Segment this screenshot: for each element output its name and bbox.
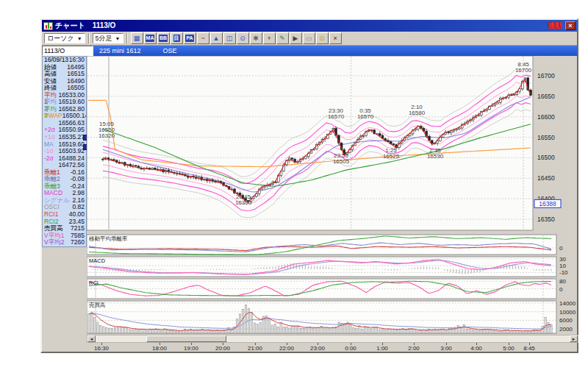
line-chart-icon[interactable]: ~ bbox=[197, 32, 209, 44]
horizontal-scrollbar[interactable]: ◄ ► bbox=[87, 335, 578, 343]
svg-text:16390: 16390 bbox=[235, 199, 252, 206]
svg-text:2000: 2000 bbox=[559, 326, 573, 333]
pointer-icon[interactable]: ▶ bbox=[290, 32, 302, 44]
svg-text:10: 10 bbox=[559, 263, 566, 269]
time-axis: 16:3018:0019:0020:0021:0022:0023:000:001… bbox=[87, 343, 578, 352]
titlebar: チャート 1113/O 連動 × bbox=[42, 20, 577, 32]
app-icon bbox=[43, 22, 53, 30]
svg-text:16388: 16388 bbox=[539, 200, 556, 207]
time-axis-label: 0:00 bbox=[345, 345, 356, 352]
svg-text:16530: 16530 bbox=[427, 153, 444, 160]
svg-text:16450: 16450 bbox=[537, 174, 555, 182]
quote-panel: 16/09/13 16:30 始値16495高値16515安値16490終値16… bbox=[42, 56, 87, 247]
chart-content: 16/09/13 16:30 始値16495高値16515安値16490終値16… bbox=[42, 56, 577, 352]
settings-icon[interactable]: ✱ bbox=[250, 32, 262, 44]
svg-text:16525: 16525 bbox=[383, 153, 400, 160]
scroll-right-button[interactable]: ► bbox=[570, 335, 578, 342]
chart-type-icon[interactable]: ▦ bbox=[131, 32, 143, 44]
toolbar: ローソク▼ 5分足▼ ▦MABB目PA~▲◫⊙✱+✎▶▭⊙× bbox=[42, 32, 577, 46]
time-axis-label: 18:00 bbox=[152, 345, 167, 352]
svg-text:16600: 16600 bbox=[537, 113, 555, 121]
chart-peak-icon[interactable]: ▲ bbox=[210, 32, 223, 44]
close-button[interactable]: × bbox=[565, 21, 576, 30]
scroll-left-button[interactable]: ◄ bbox=[87, 335, 96, 342]
symbol-input[interactable] bbox=[42, 46, 93, 56]
svg-text:16550: 16550 bbox=[537, 134, 555, 141]
svg-text:MACD: MACD bbox=[89, 257, 106, 264]
svg-text:6000: 6000 bbox=[559, 317, 573, 324]
time-axis-label: 21:00 bbox=[248, 345, 262, 352]
svg-text:16350: 16350 bbox=[537, 216, 555, 223]
chevron-down-icon: ▼ bbox=[115, 36, 121, 41]
svg-text:16580: 16580 bbox=[409, 110, 426, 116]
time-axis-label: 8:45 bbox=[523, 345, 535, 352]
search-icon[interactable]: ⊙ bbox=[316, 32, 329, 44]
ma-indicator-icon[interactable]: MA bbox=[144, 32, 157, 44]
timeframe-dropdown[interactable]: 5分足▼ bbox=[93, 33, 123, 43]
compare-chart-icon[interactable]: ◫ bbox=[223, 32, 236, 44]
svg-text:0: 0 bbox=[559, 245, 563, 252]
svg-text:-10: -10 bbox=[559, 269, 568, 276]
time-axis-label: 3:00 bbox=[440, 345, 452, 352]
time-axis-label: 22:00 bbox=[279, 345, 294, 352]
time-axis-label: 23:00 bbox=[310, 345, 325, 352]
scrollbar-thumb[interactable] bbox=[146, 335, 226, 342]
exchange-name: OSE bbox=[163, 47, 177, 54]
chart-canvas[interactable]: 1670016650166001655016500164501640016350… bbox=[87, 56, 578, 335]
svg-text:16700: 16700 bbox=[537, 72, 555, 79]
svg-text:80: 80 bbox=[559, 278, 566, 285]
parabolic-indicator-icon[interactable]: PA bbox=[184, 32, 196, 44]
time-axis-label: 5:00 bbox=[503, 345, 514, 352]
chart-window: チャート 1113/O 連動 × ローソク▼ 5分足▼ ▦MABB目PA~▲◫⊙… bbox=[40, 18, 578, 353]
instrument-name: 225 mini 1612 bbox=[99, 47, 141, 54]
time-axis-label: 2:00 bbox=[408, 345, 420, 352]
bb-indicator-icon[interactable]: BB bbox=[157, 32, 170, 44]
draw-line-icon[interactable]: ✎ bbox=[276, 32, 289, 44]
svg-text:移動平均乖離率: 移動平均乖離率 bbox=[89, 235, 128, 242]
svg-text:16570: 16570 bbox=[328, 113, 345, 120]
zoom-chart-icon[interactable]: ⊙ bbox=[237, 32, 249, 44]
svg-text:16505: 16505 bbox=[333, 158, 350, 165]
svg-text:16570: 16570 bbox=[357, 113, 374, 120]
svg-text:売買高: 売買高 bbox=[89, 302, 106, 308]
window-title: チャート 1113/O bbox=[55, 21, 115, 31]
ichimoku-indicator-icon[interactable]: 目 bbox=[171, 32, 183, 44]
clear-icon[interactable]: × bbox=[329, 32, 342, 44]
svg-text:16320: 16320 bbox=[98, 132, 115, 139]
svg-text:30: 30 bbox=[559, 256, 566, 263]
time-axis-label: 16:30 bbox=[94, 345, 109, 352]
link-toggle-button[interactable]: 連動 bbox=[548, 21, 562, 31]
crosshair-icon[interactable]: + bbox=[263, 32, 276, 44]
svg-text:16700: 16700 bbox=[515, 67, 532, 74]
instrument-strip: 225 mini 1612 OSE bbox=[93, 46, 577, 56]
chevron-down-icon: ▼ bbox=[77, 36, 82, 41]
svg-text:16650: 16650 bbox=[537, 93, 555, 100]
time-axis-label: 1:00 bbox=[376, 345, 388, 352]
eraser-icon[interactable]: ▭ bbox=[303, 32, 315, 44]
time-axis-label: 4:00 bbox=[470, 345, 482, 352]
time-axis-label: 19:00 bbox=[184, 345, 198, 352]
chart-type-dropdown[interactable]: ローソク▼ bbox=[44, 33, 85, 43]
info-bar: 225 mini 1612 OSE bbox=[42, 46, 577, 56]
svg-text:RCI: RCI bbox=[89, 280, 98, 286]
svg-text:0: 0 bbox=[559, 286, 563, 293]
svg-text:10000: 10000 bbox=[559, 309, 576, 316]
svg-text:14000: 14000 bbox=[559, 300, 576, 307]
time-axis-label: 20:00 bbox=[215, 345, 230, 352]
svg-text:16500: 16500 bbox=[537, 154, 555, 161]
quote-row: V平均27260 bbox=[43, 239, 86, 246]
